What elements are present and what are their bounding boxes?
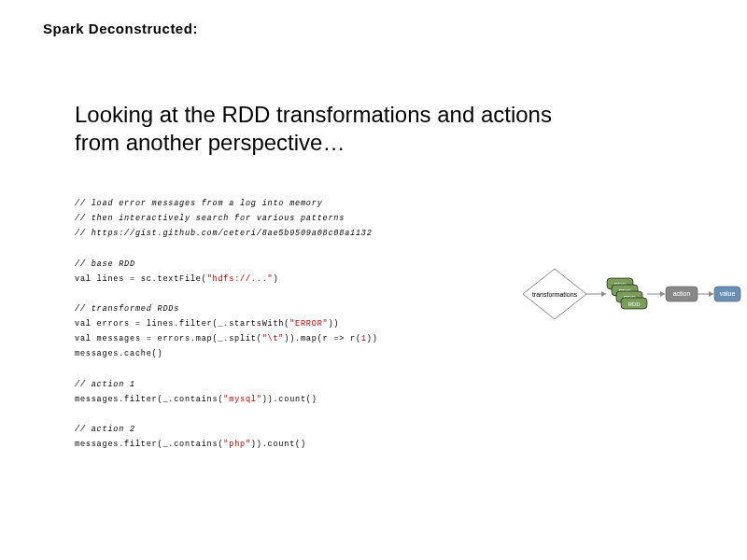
code-blank xyxy=(75,407,378,422)
code-block: // load error messages from a log into m… xyxy=(75,196,378,452)
code-comment: // base RDD xyxy=(75,257,378,272)
code-blank xyxy=(75,287,378,301)
code-line: val messages = errors.map(_.split("\t"))… xyxy=(75,331,378,346)
code-string: "hdfs://..." xyxy=(207,274,274,284)
code-line: messages.filter(_.contains("php")).count… xyxy=(75,437,378,452)
pipeline-diagram: transformations RDD RDD RDD RDD action v… xyxy=(491,261,741,327)
code-line: messages.cache() xyxy=(75,346,378,361)
action-label: action xyxy=(673,290,691,297)
code-comment: // https://gist.github.com/ceteri/8ae5b9… xyxy=(75,226,378,241)
code-text: )).map(r => r( xyxy=(284,334,361,343)
code-text: messages.filter(_.contains( xyxy=(75,440,223,449)
code-string: "\t" xyxy=(262,334,285,343)
code-text: val errors = lines.filter(_.startsWith( xyxy=(75,319,289,329)
page-title: Spark Deconstructed: xyxy=(43,21,198,36)
code-string: "php" xyxy=(223,440,251,449)
value-label: value xyxy=(720,290,736,297)
code-text: messages.filter(_.contains( xyxy=(75,395,223,404)
code-string: "mysql" xyxy=(223,395,261,404)
code-text: val lines = sc.textFile( xyxy=(75,274,207,284)
code-text: ) xyxy=(273,274,278,284)
rdd-label: RDD xyxy=(628,301,641,307)
code-line: val errors = lines.filter(_.startsWith("… xyxy=(75,316,378,331)
code-text: )) xyxy=(367,334,378,343)
page-subtitle: Looking at the RDD transformations and a… xyxy=(75,101,560,157)
code-text: )) xyxy=(328,319,339,329)
code-comment: // load error messages from a log into m… xyxy=(75,196,378,211)
code-blank xyxy=(75,241,378,256)
rdd-stack: RDD RDD RDD RDD xyxy=(607,278,647,309)
code-blank xyxy=(75,362,378,377)
code-comment: // action 2 xyxy=(75,422,378,437)
arrowhead-icon xyxy=(601,291,606,297)
code-text: )).count() xyxy=(262,395,317,404)
code-comment: // transformed RDDs xyxy=(75,301,378,316)
arrowhead-icon xyxy=(709,291,713,297)
code-text: val messages = errors.map(_.split( xyxy=(75,334,262,343)
code-text: )).count() xyxy=(251,440,306,449)
arrowhead-icon xyxy=(660,291,665,297)
transformations-label: transformations xyxy=(532,291,578,298)
code-comment: // action 1 xyxy=(75,377,378,392)
code-line: val lines = sc.textFile("hdfs://...") xyxy=(75,272,378,287)
code-string: "ERROR" xyxy=(289,319,328,329)
code-line: messages.filter(_.contains("mysql")).cou… xyxy=(75,392,378,407)
code-comment: // then interactively search for various… xyxy=(75,211,378,226)
